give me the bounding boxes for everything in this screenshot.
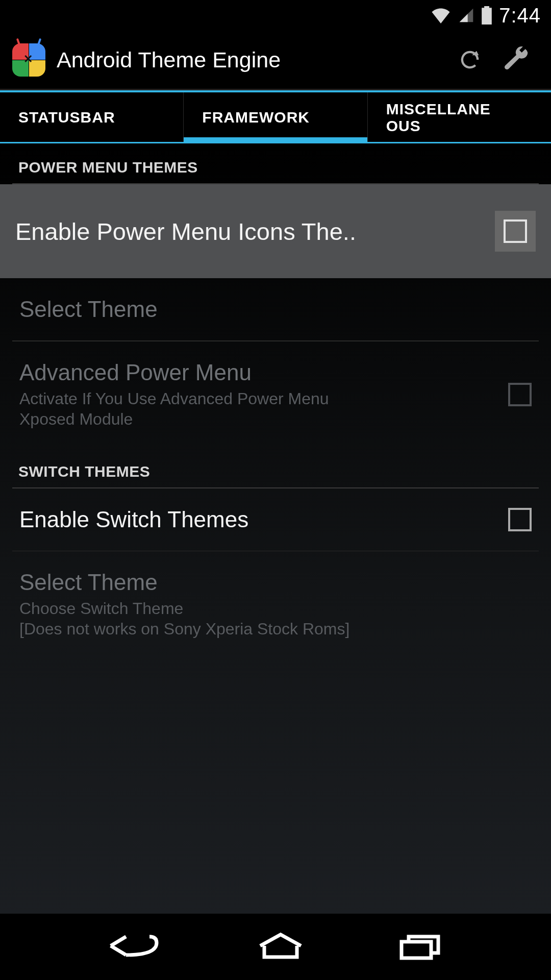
tab-miscellaneous[interactable]: MISCELLANEOUS [368,92,551,142]
spacer [12,657,539,719]
back-button[interactable] [106,930,167,963]
pref-title: Select Theme [19,570,532,595]
tab-label: FRAMEWORK [202,109,310,126]
action-bar: ✕ Android Theme Engine [0,31,551,90]
settings-content[interactable]: POWER MENU THEMES Enable Power Menu Icon… [0,143,551,914]
tab-label: STATUSBAR [18,109,115,126]
battery-icon [482,6,492,24]
pref-title: Enable Power Menu Icons The.. [15,217,483,246]
section-header-switch-themes: SWITCH THEMES [12,448,539,488]
recent-apps-button[interactable] [394,930,445,963]
status-bar: 7:44 [0,0,551,31]
pref-enable-switch-themes[interactable]: Enable Switch Themes [12,488,539,551]
tab-framework[interactable]: FRAMEWORK [184,92,367,142]
navigation-bar [0,914,551,980]
refresh-button[interactable] [447,46,493,73]
tab-statusbar[interactable]: STATUSBAR [0,92,184,142]
checkbox-box-icon [504,219,527,243]
app-title: Android Theme Engine [57,47,447,72]
pref-select-power-menu-theme[interactable]: Select Theme [12,278,539,341]
checkbox-enable-switch-themes[interactable] [508,508,532,531]
pref-summary: Activate If You Use Advanced Power Menu … [19,388,336,429]
tab-label: MISCELLANEOUS [386,101,493,134]
home-button[interactable] [255,930,306,963]
checkbox-enable-power-menu[interactable] [495,211,536,252]
pref-enable-power-menu-icons[interactable]: Enable Power Menu Icons The.. [0,184,551,278]
svg-rect-0 [402,942,431,958]
status-clock: 7:44 [499,4,541,27]
checkbox-advanced-power-menu[interactable] [508,383,532,406]
pref-title: Enable Switch Themes [19,507,496,532]
pref-title: Select Theme [19,297,532,322]
section-header-power-menu: POWER MENU THEMES [12,143,539,184]
tab-bar: STATUSBAR FRAMEWORK MISCELLANEOUS [0,92,551,143]
app-icon: ✕ [12,43,45,77]
pref-advanced-power-menu[interactable]: Advanced Power Menu Activate If You Use … [12,341,539,448]
wifi-icon [431,7,451,23]
pref-summary: Choose Switch Theme [Does not works on S… [19,598,532,639]
signal-icon [458,7,474,23]
pref-select-switch-theme[interactable]: Select Theme Choose Switch Theme [Does n… [12,551,539,657]
wrench-button[interactable] [493,45,539,74]
pref-title: Advanced Power Menu [19,360,496,385]
